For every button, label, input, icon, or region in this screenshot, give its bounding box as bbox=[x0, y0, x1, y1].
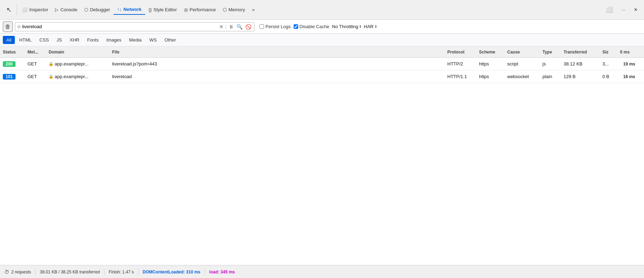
overflow-menu-button[interactable]: ··· bbox=[618, 5, 629, 14]
persist-logs-checkbox[interactable] bbox=[259, 24, 264, 29]
responsive-design-button[interactable]: ⬜ bbox=[602, 4, 617, 15]
tab-performance[interactable]: ◎ Performance bbox=[180, 5, 219, 14]
row-file: livereload.js?port=443 bbox=[112, 61, 447, 67]
header-file[interactable]: File bbox=[112, 50, 447, 55]
tab-style-editor[interactable]: {} Style Editor bbox=[145, 5, 180, 14]
type-filter-xhr[interactable]: XHR bbox=[66, 36, 83, 44]
search-input[interactable] bbox=[22, 24, 217, 29]
header-domain[interactable]: Domain bbox=[49, 50, 112, 55]
header-status[interactable]: Status bbox=[3, 50, 27, 55]
header-method[interactable]: Met... bbox=[27, 50, 49, 55]
clear-icon: ✕ bbox=[219, 24, 223, 30]
disable-cache-checkbox[interactable] bbox=[294, 24, 298, 29]
row-status: 101 bbox=[3, 74, 27, 80]
row-cause: script bbox=[507, 61, 542, 67]
network-arrows-icon: ↑↓ bbox=[117, 7, 122, 12]
tab-network[interactable]: ↑↓ Network bbox=[114, 5, 145, 15]
filter-funnel-icon: ⊘ bbox=[17, 24, 21, 29]
domcontent-loaded: DOMContentLoaded: 310 ms bbox=[143, 270, 201, 274]
row-method: GET bbox=[27, 74, 49, 79]
tab-console[interactable]: ▷ Console bbox=[51, 5, 81, 14]
debugger-icon: ⬡ bbox=[84, 7, 88, 12]
status-badge-200: 200 bbox=[3, 61, 16, 67]
row-protocol: HTTP/1.1 bbox=[447, 74, 479, 79]
more-tabs-icon: » bbox=[252, 7, 254, 12]
status-badge-101: 101 bbox=[3, 74, 16, 80]
header-type[interactable]: Type bbox=[542, 50, 564, 55]
toolbar: ↖ ⬜ Inspector ▷ Console ⬡ Debugger ↑↓ Ne… bbox=[0, 0, 644, 20]
tab-inspector[interactable]: ⬜ Inspector bbox=[18, 5, 51, 14]
statusbar-sep-1 bbox=[35, 268, 36, 276]
row-domain: 🔒 app.examplepr... bbox=[49, 74, 112, 79]
throttling-dropdown-arrow: ⇕ bbox=[359, 25, 362, 29]
cursor-tool-button[interactable]: ↖ bbox=[3, 4, 15, 16]
type-filter-fonts[interactable]: Fonts bbox=[84, 36, 102, 44]
statusbar-sep-3 bbox=[138, 268, 139, 276]
close-devtools-button[interactable]: ✕ bbox=[630, 5, 641, 14]
row-method: GET bbox=[27, 61, 49, 67]
header-transferred[interactable]: Transferred bbox=[564, 50, 602, 55]
filter-bar: 🗑 ⊘ ✕ | ⏸ 🔍 🚫 Persist Logs Disable Cache… bbox=[0, 20, 644, 34]
row-time: 16 ms bbox=[620, 74, 641, 79]
type-filter-other[interactable]: Other bbox=[161, 36, 180, 44]
row-size: 0 B bbox=[602, 74, 620, 79]
console-icon: ▷ bbox=[55, 7, 59, 12]
lock-icon: 🔒 bbox=[49, 62, 54, 66]
clear-requests-button[interactable]: 🗑 bbox=[3, 21, 13, 32]
tab-memory[interactable]: ⬡ Memory bbox=[219, 5, 249, 14]
type-filter-media[interactable]: Media bbox=[125, 36, 145, 44]
performance-icon: ◎ bbox=[184, 7, 188, 12]
transferred-size: 38.01 KB / 38.25 KB transferred bbox=[40, 270, 100, 274]
row-scheme: https bbox=[479, 61, 507, 67]
row-type: js bbox=[542, 61, 564, 67]
header-scheme[interactable]: Scheme bbox=[479, 50, 507, 55]
statusbar-sep-4 bbox=[205, 268, 205, 276]
close-icon: ✕ bbox=[634, 7, 638, 12]
table-row[interactable]: 101 GET 🔒 app.examplepr... livereload HT… bbox=[0, 70, 644, 83]
statusbar-sep-2 bbox=[104, 268, 104, 276]
header-protocol[interactable]: Protocol bbox=[447, 50, 479, 55]
type-filter-html[interactable]: HTML bbox=[16, 36, 35, 44]
overflow-menu-icon: ··· bbox=[621, 7, 625, 12]
type-filter-js[interactable]: JS bbox=[53, 36, 66, 44]
row-type: plain bbox=[542, 74, 564, 79]
table-header: Status Met... Domain File Protocol Schem… bbox=[0, 46, 644, 58]
row-status: 200 bbox=[3, 61, 27, 67]
row-protocol: HTTP/2 bbox=[447, 61, 479, 67]
type-filter-ws[interactable]: WS bbox=[146, 36, 160, 44]
tab-debugger[interactable]: ⬡ Debugger bbox=[81, 5, 114, 14]
pause-recording-button[interactable]: ⏸ bbox=[228, 23, 234, 30]
type-filter-all[interactable]: All bbox=[3, 36, 15, 44]
table-row[interactable]: 200 GET 🔒 app.examplepr... livereload.js… bbox=[0, 58, 644, 70]
disable-cache-label[interactable]: Disable Cache bbox=[294, 24, 330, 29]
status-bar: ⏱ 2 requests 38.01 KB / 38.25 KB transfe… bbox=[0, 265, 644, 278]
trash-icon: 🗑 bbox=[5, 24, 11, 30]
row-cause: websocket bbox=[507, 74, 542, 79]
block-urls-button[interactable]: 🚫 bbox=[245, 23, 252, 30]
search-button[interactable]: 🔍 bbox=[236, 23, 243, 30]
toolbar-separator bbox=[17, 5, 17, 15]
requests-table-body: 200 GET 🔒 app.examplepr... livereload.js… bbox=[0, 58, 644, 264]
row-transferred: 38.12 KB bbox=[564, 61, 602, 67]
row-domain: 🔒 app.examplepr... bbox=[49, 61, 112, 67]
filter-actions: Persist Logs Disable Cache No Throttling… bbox=[259, 24, 377, 29]
inspector-icon: ⬜ bbox=[22, 7, 27, 12]
persist-logs-label[interactable]: Persist Logs bbox=[259, 24, 291, 29]
type-filter-css[interactable]: CSS bbox=[36, 36, 53, 44]
pause-icon: ⏸ bbox=[229, 24, 234, 30]
cursor-icon: ↖ bbox=[6, 6, 12, 14]
type-filter-bar: All HTML CSS JS XHR Fonts Images Media W… bbox=[0, 34, 644, 46]
toolbar-right: ⬜ ··· ✕ bbox=[602, 4, 641, 15]
row-time: 19 ms bbox=[620, 62, 641, 67]
search-icon: 🔍 bbox=[237, 24, 243, 30]
more-tabs-button[interactable]: » bbox=[249, 5, 258, 14]
header-size[interactable]: Siz bbox=[602, 50, 620, 55]
row-file: livereload bbox=[112, 74, 447, 79]
clear-filter-button[interactable]: ✕ bbox=[219, 23, 224, 30]
header-cause[interactable]: Cause bbox=[507, 50, 542, 55]
lock-icon: 🔒 bbox=[49, 74, 54, 79]
block-icon: 🚫 bbox=[245, 24, 251, 30]
type-filter-images[interactable]: Images bbox=[103, 36, 125, 44]
header-time[interactable]: 0 ms bbox=[620, 50, 641, 55]
har-dropdown-arrow: ⇕ bbox=[374, 25, 377, 29]
